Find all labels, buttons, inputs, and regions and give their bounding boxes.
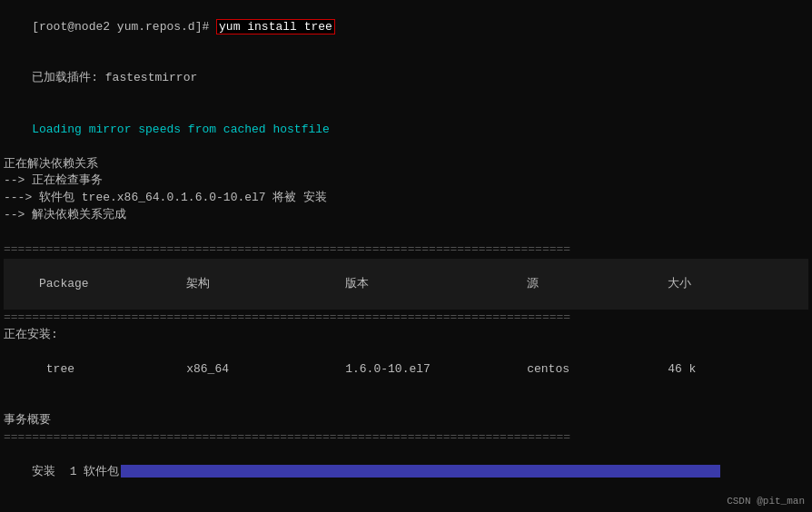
line-6: ---> 软件包 tree.x86_64.0.1.6.0-10.el7 将被 安… [4,190,808,207]
line-5: --> 正在检查事务 [4,172,808,190]
prompt-text: [root@node2 yum.repos.d]# [32,20,216,34]
line-prompt-cmd: [root@node2 yum.repos.d]# yum install tr… [4,2,808,54]
line-installing-label: 正在安装: [4,327,808,344]
separator-1: ========================================… [4,241,808,259]
line-7: --> 解决依赖关系完成 [4,207,808,224]
line-3: Loading mirror speeds from cached hostfi… [4,104,808,156]
watermark: CSDN @pit_man [727,496,805,507]
table-header: Package架构版本源大小 [4,259,808,310]
command-highlight: yum install tree [216,19,335,34]
separator-2: ========================================… [4,310,808,327]
line-empty-2 [4,395,808,412]
separator-3: ========================================… [4,429,808,447]
terminal: [root@node2 yum.repos.d]# yum install tr… [0,0,812,512]
progress-bar [121,465,720,478]
line-empty-3 [4,497,808,512]
line-transaction-summary: 事务概要 [4,412,808,429]
line-4: 正在解决依赖关系 [4,156,808,173]
install-progress-line: 安装 1 软件包 [4,447,808,498]
line-2: 已加载插件: fastestmirror [4,54,808,105]
line-tree-row: treex86_641.6.0-10.el7centos46 k [4,344,808,396]
line-empty-1 [4,224,808,241]
